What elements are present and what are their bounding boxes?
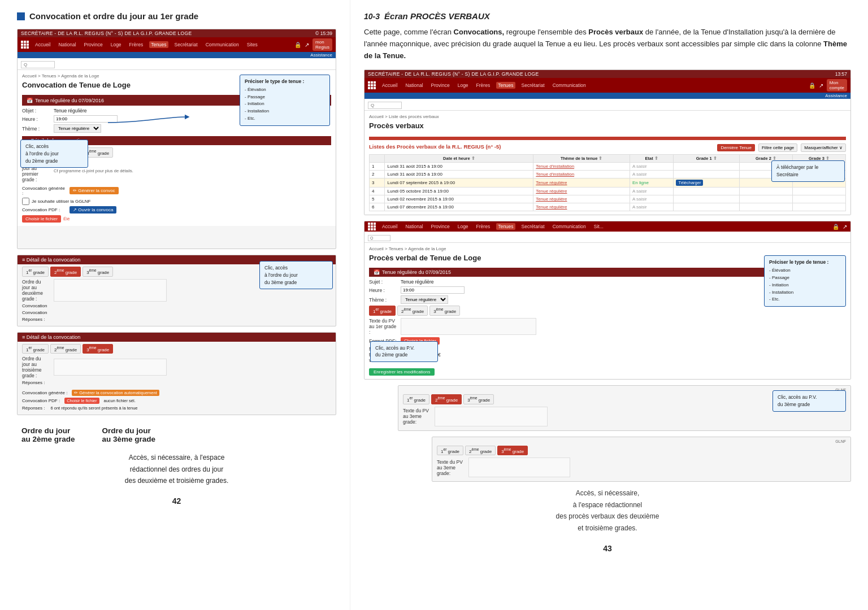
right-section-header: 10-3 Écran PROCÈS VERBAUX [364, 11, 851, 23]
pv-grid-icon [368, 223, 376, 230]
nav-accueil[interactable]: Accueil [33, 41, 52, 48]
pv-texte-1[interactable] [401, 318, 536, 335]
grade-tabs-3: 1er grade 2ème grade 3ème grade [22, 344, 331, 354]
pv-texte-3-area[interactable] [468, 457, 570, 477]
pv-list-screenshot: SECRÉTAIRE - DE LA R.L. REGIUS (N° - S) … [364, 69, 851, 215]
pv-detail-screenshot: Accueil National Province Loge Frères Te… [364, 221, 851, 380]
generate-button-left[interactable]: ✏ Générer la convoc [70, 187, 119, 194]
choose-file-left[interactable]: Choisir le fichier [22, 215, 61, 223]
nav-freres[interactable]: Frères [128, 41, 145, 48]
grid-icon-right [368, 81, 376, 89]
pv-lock-icon: 🔒 [832, 224, 839, 230]
pv-tab-2eme[interactable]: 2ème grade [397, 306, 428, 316]
detail3-header: ≡ Détail de la convocation [18, 333, 336, 342]
left-column: Convocation et ordre du jour au 1er grad… [0, 0, 350, 610]
app-bar-time-left: © 15:39 [315, 30, 332, 36]
telecharger-btn[interactable]: Télécharger [676, 180, 703, 186]
nav-r-loge[interactable]: Loge [456, 82, 470, 89]
user-button[interactable]: monRegius [313, 38, 332, 51]
col-theme: Thème de la tenue ⬆ [533, 155, 630, 163]
nav-loge[interactable]: Loge [109, 41, 123, 48]
theme-link-3[interactable]: Tenue régulière [533, 178, 630, 188]
nav-r-accueil[interactable]: Accueil [380, 82, 399, 89]
heure-input-left[interactable] [54, 115, 118, 123]
pv-share-icon: ↗ [843, 224, 847, 230]
nav-province[interactable]: Province [83, 41, 105, 48]
nav-communication[interactable]: Communication [204, 41, 241, 48]
masquer-btn[interactable]: Masquer/afficher ∨ [801, 143, 846, 152]
pv-tab-3eme-3[interactable]: 3ème grade [497, 446, 528, 456]
pv-nav-province[interactable]: Province [429, 223, 452, 230]
pv-nav-accueil[interactable]: Accueil [380, 223, 399, 230]
theme-select-left[interactable]: Tenue régulière [54, 124, 101, 133]
app-bar-left: SECRÉTAIRE - DE LA R.L. REGIUS (N° - S) … [18, 29, 336, 37]
sub-headings-left: Ordre du jourau 2ème grade Ordre du jour… [17, 421, 336, 446]
tab-2eme-2[interactable]: 2ème grade [50, 267, 81, 277]
nav-r-communication[interactable]: Communication [551, 82, 588, 89]
conv-pdf-3: Convocation PDF : Choisir le fichier auc… [22, 398, 331, 404]
nav-r-freres[interactable]: Frères [475, 82, 492, 89]
generate-btn-3[interactable]: ✏ Générer la convocation automatiquement [72, 390, 159, 396]
last-tenue-btn[interactable]: Dernière Tenue [717, 144, 755, 151]
filter-btn[interactable]: Filtre cette page [758, 143, 797, 152]
pv-nav-national[interactable]: National [403, 223, 424, 230]
pv-tab-1er-2[interactable]: 1er grade [403, 394, 429, 404]
nav-r-province[interactable]: Province [429, 82, 452, 89]
nav-r-secretariat[interactable]: Secrétariat [520, 82, 546, 89]
pv-tab-3eme[interactable]: 3ème grade [429, 306, 460, 316]
tab-1er-2[interactable]: 1er grade [22, 267, 49, 277]
subheading-2eme: Ordre du jourau 2ème grade [17, 426, 75, 443]
pv-grade-tabs: 1er grade 2ème grade 3ème grade [369, 306, 846, 316]
theme-link-1[interactable]: Tenue d'installation [533, 163, 630, 171]
left-section-title: Convocation et ordre du jour au 1er grad… [17, 11, 336, 21]
pv-nav-sites[interactable]: Sit... [592, 223, 605, 230]
nav-secretariat[interactable]: Secrétariat [173, 41, 199, 48]
tab-1er-3[interactable]: 1er grade [22, 344, 49, 354]
pv-tab-2eme-2[interactable]: 2ème grade [431, 394, 462, 404]
search-input-left[interactable] [21, 61, 55, 68]
tab-3eme-2[interactable]: 3ème grade [83, 267, 113, 277]
nav-r-tenues[interactable]: Tenues [496, 82, 515, 89]
pv-nav-loge[interactable]: Loge [456, 223, 470, 230]
nav-sites[interactable]: Sites [245, 41, 259, 48]
pv-tab-1er[interactable]: 1er grade [369, 306, 396, 316]
section-desc: Cette page, comme l'écran Convocations, … [364, 27, 851, 62]
pv-tab-2eme-3[interactable]: 2ème grade [465, 446, 496, 456]
pv-search-input[interactable] [368, 235, 390, 241]
pv-tab-1er-3[interactable]: 1er grade [437, 446, 463, 456]
theme-link-6[interactable]: Tenue régulière [533, 203, 630, 211]
app-bar-time-right: 13:57 [835, 71, 847, 77]
pv-nav-secretariat[interactable]: Secrétariat [520, 223, 546, 230]
pv-save-btn[interactable]: Enregistrer les modifications [369, 368, 435, 376]
nav-r-national[interactable]: National [403, 82, 424, 89]
order-3eme-text[interactable] [54, 359, 167, 376]
page-number-right: 43 [364, 544, 851, 553]
order-2eme-text[interactable] [54, 279, 167, 302]
gglnf-checkbox[interactable] [22, 198, 29, 205]
pv-montant-row: Montant du tronc de la veuve : € [369, 346, 846, 363]
tab-3eme-3[interactable]: 3ème grade [83, 344, 113, 354]
nav-national[interactable]: National [57, 41, 77, 48]
tab-2eme-3[interactable]: 2ème grade [50, 344, 81, 354]
bottom-note-right: Accès, si nécessaire,à l'espace rédactio… [364, 487, 851, 534]
choose-file-3[interactable]: Choisir le fichier [64, 398, 99, 404]
breadcrumb-right: Accueil > Liste des procès verbaux [369, 114, 846, 119]
nav-tenues[interactable]: Tenues [149, 41, 168, 48]
theme-link-2[interactable]: Tenue d'installation [533, 171, 630, 178]
pv-texte-2-area[interactable] [435, 407, 548, 426]
pv-nav-freres[interactable]: Frères [475, 223, 492, 230]
search-input-right[interactable] [368, 102, 402, 109]
theme-link-4[interactable]: Tenue régulière [533, 188, 630, 195]
screenshot-2eme-grade: ≡ Détail de la convocation 1er grade 2èm… [17, 255, 336, 326]
reponses-2: Réponses : [22, 317, 331, 322]
pv-nav-communication[interactable]: Communication [551, 223, 588, 230]
open-button-left[interactable]: ↗ Ouvrir la convoca [70, 206, 116, 213]
pv-heure-input[interactable] [401, 286, 465, 294]
nav-bar-left: Accueil National Province Loge Frères Te… [18, 37, 336, 52]
pv-theme-select[interactable]: Tenue régulière [401, 295, 448, 304]
theme-link-5[interactable]: Tenue régulière [533, 195, 630, 203]
pv-nav-tenues[interactable]: Tenues [496, 223, 515, 230]
pv-tab-3eme-2[interactable]: 3ème grade [463, 394, 494, 404]
user-button-r[interactable]: Moncompte [827, 79, 847, 91]
assistance-bar-left: Assistance [18, 52, 336, 58]
